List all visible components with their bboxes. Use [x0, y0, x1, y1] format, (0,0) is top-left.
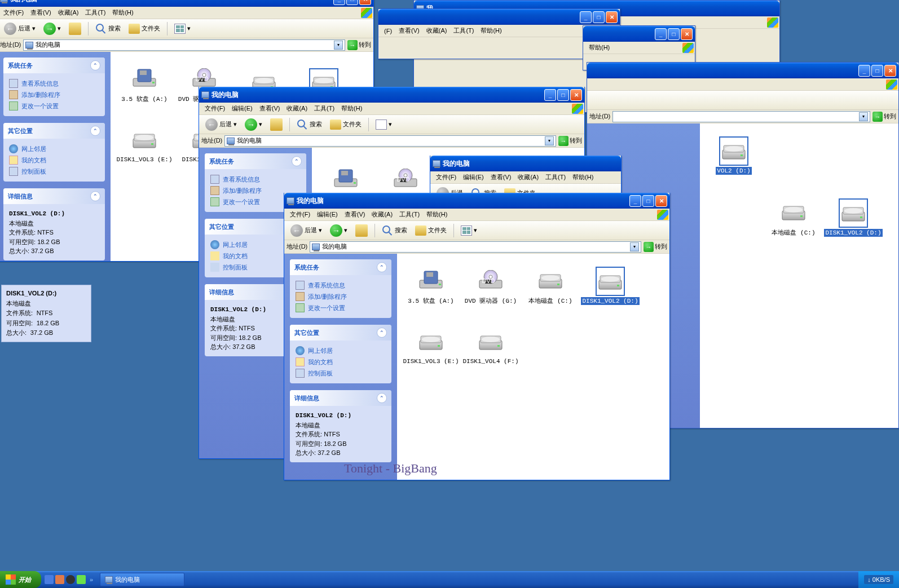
views-button[interactable]: ▾ [171, 22, 193, 36]
minimize-button[interactable]: _ [544, 89, 556, 101]
go-button[interactable]: →转到 [644, 242, 667, 252]
other-places-header[interactable]: 其它位置⌃ [3, 123, 105, 139]
drive-vol2-d[interactable]: DISK1_VOL2 (D:) [582, 259, 638, 313]
control-panel-link[interactable]: 控制面板 [296, 368, 386, 379]
detail-total: 37.2 GB [318, 449, 340, 456]
folders-button[interactable]: 文件夹 [412, 224, 450, 237]
window-icon [287, 197, 294, 204]
info-icon [296, 281, 305, 290]
drive-label: 本地磁盘 (C:) [527, 296, 573, 306]
menu-file[interactable]: 文件(F) [287, 209, 314, 220]
xp-logo-icon [657, 210, 668, 220]
detail-drive-name: DISK1_VOL2 (D:) [296, 412, 351, 419]
back-button[interactable]: ←后退 ▾ [1, 21, 38, 37]
hdd-icon [417, 328, 444, 355]
view-system-info-link[interactable]: 查看系统信息 [296, 280, 386, 291]
add-remove-programs-link[interactable]: 添加/删除程序 [9, 89, 99, 100]
taskbar-item[interactable]: 我的电脑 [100, 573, 184, 586]
back-button[interactable]: ←后退 ▾ [202, 117, 240, 132]
menu-tools[interactable]: 工具(T) [396, 209, 423, 220]
up-button[interactable] [267, 117, 285, 132]
titlebar[interactable]: 我的电脑_□✕ [284, 193, 669, 209]
quick-launch: » [41, 575, 99, 584]
package-icon [296, 292, 305, 301]
views-button[interactable]: ▾ [458, 224, 480, 237]
explorer-window-front[interactable]: 我的电脑_□✕ 文件(F) 编辑(E) 查看(V) 收藏(A) 工具(T) 帮助… [284, 193, 670, 480]
titlebar[interactable]: 我的电脑_□✕ [0, 0, 373, 7]
folders-button[interactable]: 文件夹 [327, 118, 364, 131]
maximize-button[interactable]: □ [642, 195, 654, 207]
other-places-header[interactable]: 其它位置⌃ [290, 325, 391, 341]
search-button[interactable]: 搜索 [379, 223, 410, 238]
cpanel-icon [296, 369, 305, 378]
menu-edit[interactable]: 编辑(E) [314, 209, 341, 220]
menu-help[interactable]: 帮助(H) [109, 7, 136, 18]
window-title: 我的电脑 [10, 0, 333, 4]
back-button[interactable]: ←后退 ▾ [288, 223, 325, 238]
drive-dvd-g[interactable]: DVD 驱动器 (G:) [462, 259, 519, 313]
view-system-info-link[interactable]: 查看系统信息 [9, 78, 99, 89]
chevron-up-icon: ⌃ [377, 262, 387, 272]
up-button[interactable] [352, 223, 371, 238]
search-button[interactable]: 搜索 [294, 117, 325, 132]
drive-floppy[interactable]: 3.5 软盘 (A:) [116, 58, 173, 111]
minimize-button[interactable]: _ [629, 195, 641, 207]
menu-tools[interactable]: 工具(T) [82, 7, 109, 18]
change-setting-link[interactable]: 更改一个设置 [9, 100, 99, 112]
close-button[interactable]: ✕ [570, 89, 582, 101]
maximize-button[interactable]: □ [346, 0, 358, 5]
details-header[interactable]: 详细信息⌃ [3, 188, 105, 204]
start-button[interactable]: 开始 [0, 571, 41, 588]
drive-floppy-a[interactable]: 3.5 软盘 (A:) [403, 259, 459, 313]
menu-fav[interactable]: 收藏(A) [55, 7, 82, 18]
search-button[interactable]: 搜索 [92, 21, 124, 36]
system-tray[interactable]: ↓ 0KB/S [858, 571, 899, 588]
sidebar: 系统任务⌃ 查看系统信息 添加/删除程序 更改一个设置 其它位置⌃ 网上邻居 我… [284, 254, 397, 480]
forward-button[interactable]: →▾ [242, 117, 265, 132]
drive-label: DISK1_VOL2 (D:) [581, 297, 639, 305]
icons-area[interactable]: 3.5 软盘 (A:) DVD 驱动器 (G:) 本地磁盘 (C:) DISK1… [397, 254, 669, 480]
address-label: 地址(D) [287, 242, 307, 251]
detail-fs: NTFS [324, 431, 340, 437]
menu-view[interactable]: 查看(V) [27, 7, 55, 18]
taskbar: 开始 » 我的电脑 ↓ 0KB/S [0, 571, 899, 588]
forward-button[interactable]: →▾ [41, 21, 64, 37]
drive-e[interactable]: DISK1_VOL3 (E:) [116, 118, 173, 171]
menu-view[interactable]: 查看(V) [341, 209, 369, 220]
network-places-link[interactable]: 网上邻居 [9, 143, 99, 154]
close-button[interactable]: ✕ [655, 195, 667, 207]
system-tasks-header[interactable]: 系统任务⌃ [3, 58, 105, 73]
go-button[interactable]: →转到 [347, 40, 371, 50]
ql-icon[interactable] [55, 575, 64, 584]
maximize-button[interactable]: □ [557, 89, 569, 101]
minimize-button[interactable]: _ [333, 0, 345, 5]
menu-file[interactable]: 文件(F) [0, 7, 27, 18]
change-setting-link[interactable]: 更改一个设置 [296, 302, 386, 313]
address-dropdown[interactable]: ▾ [334, 41, 343, 50]
menu-fav[interactable]: 收藏(A) [368, 209, 396, 220]
my-documents-link[interactable]: 我的文档 [9, 154, 99, 166]
add-remove-programs-link[interactable]: 添加/删除程序 [296, 291, 386, 302]
drive-vol4-f[interactable]: DISK1_VOL4 (F:) [462, 320, 519, 373]
forward-button[interactable]: →▾ [327, 223, 350, 238]
ql-icon[interactable] [77, 575, 86, 584]
dropdown-icon[interactable]: ▾ [630, 242, 639, 251]
menu-help[interactable]: 帮助(H) [423, 209, 451, 220]
ql-icon[interactable] [66, 575, 75, 584]
address-field[interactable]: 我的电脑▾ [310, 241, 641, 253]
drive-vol3-e[interactable]: DISK1_VOL3 (E:) [403, 320, 459, 373]
ql-icon[interactable] [45, 575, 54, 584]
control-panel-link[interactable]: 控制面板 [9, 166, 99, 177]
views-button[interactable]: ▾ [373, 118, 395, 131]
network-places-link[interactable]: 网上邻居 [296, 345, 386, 356]
drive-local-c[interactable]: 本地磁盘 (C:) [522, 259, 579, 313]
my-documents-link[interactable]: 我的文档 [296, 356, 386, 368]
drive-label: DVD 驱动器 (G:) [464, 296, 518, 306]
system-tasks-header[interactable]: 系统任务⌃ [290, 259, 391, 275]
folders-button[interactable]: 文件夹 [126, 22, 163, 36]
close-button[interactable]: ✕ [359, 0, 371, 5]
address-field[interactable]: 我的电脑▾ [23, 39, 345, 51]
up-button[interactable] [66, 21, 84, 37]
floppy-icon [417, 267, 444, 294]
details-header[interactable]: 详细信息⌃ [290, 390, 391, 406]
